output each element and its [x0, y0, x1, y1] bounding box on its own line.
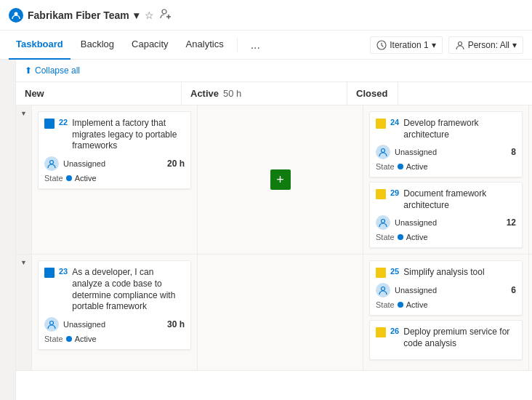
taskboard-cell-1: 22 Implement a factory that migrates leg…	[32, 105, 198, 254]
collapse-all-button[interactable]: ⬆ Collapse all	[25, 65, 80, 76]
task-card-24[interactable]: 24 Develop framework architecture Unassi…	[369, 111, 523, 177]
board-area: ⬆ Collapse all New Active 50 h Closed ▼	[0, 60, 532, 400]
left-gutter	[0, 60, 16, 400]
columns-area: ⬆ Collapse all New Active 50 h Closed ▼	[16, 60, 532, 400]
row-collapse-1[interactable]: ▼	[16, 105, 32, 254]
nav-capacity[interactable]: Capacity	[124, 31, 176, 60]
state-dot	[66, 336, 72, 342]
collapse-arrow-icon: ⬆	[25, 65, 32, 76]
board-row: ▼ 22 Implement a factory that migrates l…	[16, 105, 532, 255]
board-toolbar: ⬆ Collapse all	[16, 60, 532, 82]
new-cell-2	[198, 255, 363, 370]
state-dot	[66, 175, 72, 181]
task-icon	[376, 189, 386, 199]
add-member-icon[interactable]	[160, 8, 172, 22]
nav-backlog[interactable]: Backlog	[73, 31, 121, 60]
nav-analytics[interactable]: Analytics	[179, 31, 231, 60]
row-arrow-icon: ▼	[20, 110, 27, 117]
task-card-29[interactable]: 29 Document framework architecture Unass…	[369, 182, 523, 248]
col-header-active: Active 50 h	[182, 82, 347, 105]
team-chevron-icon: ▾	[134, 9, 139, 21]
state-dot	[398, 302, 403, 308]
col-header-closed: Closed	[347, 82, 398, 105]
task-icon	[376, 327, 386, 337]
column-headers: New Active 50 h Closed	[16, 82, 532, 105]
task-card-25[interactable]: 25 Simplify analysis tool Unassigned 6 S…	[369, 260, 523, 316]
task-icon	[376, 268, 386, 278]
story-icon	[44, 268, 55, 278]
avatar	[376, 215, 390, 230]
iteration-chevron-icon: ▾	[432, 40, 436, 50]
state-dot	[398, 234, 403, 240]
nav-divider	[237, 38, 238, 52]
story-icon	[44, 119, 55, 129]
avatar	[376, 283, 390, 297]
rows-area: ▼ 22 Implement a factory that migrates l…	[16, 105, 532, 400]
nav-taskboard[interactable]: Taskboard	[9, 31, 70, 60]
avatar	[44, 156, 59, 171]
new-cell-1: +	[198, 105, 363, 254]
svg-point-10	[382, 287, 385, 290]
iteration-selector[interactable]: Iteration 1 ▾	[370, 36, 442, 54]
active-cell-2: 25 Simplify analysis tool Unassigned 6 S…	[363, 255, 529, 370]
task-card-26[interactable]: 26 Deploy premium service for code analy…	[369, 320, 523, 360]
story-card-23[interactable]: 23 As a developer, I can analyze a code …	[38, 260, 191, 349]
team-name-label: Fabrikam Fiber Team	[28, 9, 129, 21]
nav-more-button[interactable]: ...	[243, 33, 267, 57]
active-cell-1: 24 Develop framework architecture Unassi…	[363, 105, 529, 254]
person-selector[interactable]: Person: All ▾	[448, 36, 523, 54]
svg-point-1	[162, 9, 166, 14]
person-icon	[455, 40, 465, 50]
avatar	[376, 145, 390, 159]
svg-point-6	[50, 160, 54, 164]
top-bar: Fabrikam Fiber Team ▾ ☆	[0, 0, 532, 31]
svg-point-5	[458, 41, 462, 45]
col-header-new: New	[16, 82, 182, 105]
row-arrow-icon: ▼	[20, 259, 27, 266]
team-icon	[9, 8, 23, 23]
closed-cell-1	[529, 105, 532, 254]
svg-point-8	[382, 220, 385, 223]
board-row: ▼ 23 As a developer, I can analyze a cod…	[16, 255, 532, 371]
team-selector[interactable]: Fabrikam Fiber Team ▾	[9, 8, 139, 23]
row-collapse-2[interactable]: ▼	[16, 255, 32, 370]
taskboard-cell-2: 23 As a developer, I can analyze a code …	[32, 255, 198, 370]
closed-cell-2	[529, 255, 532, 370]
svg-point-9	[50, 321, 54, 324]
state-dot	[398, 164, 403, 169]
nav-bar: Taskboard Backlog Capacity Analytics ...…	[0, 31, 532, 60]
svg-point-7	[382, 149, 385, 153]
task-icon	[376, 119, 386, 129]
avatar	[44, 317, 59, 332]
story-card-22[interactable]: 22 Implement a factory that migrates leg…	[38, 111, 191, 189]
person-chevron-icon: ▾	[512, 40, 517, 50]
nav-right: Iteration 1 ▾ Person: All ▾	[370, 36, 523, 54]
iteration-icon	[376, 40, 387, 50]
favorite-icon[interactable]: ☆	[145, 9, 154, 21]
add-task-button[interactable]: +	[270, 169, 291, 190]
